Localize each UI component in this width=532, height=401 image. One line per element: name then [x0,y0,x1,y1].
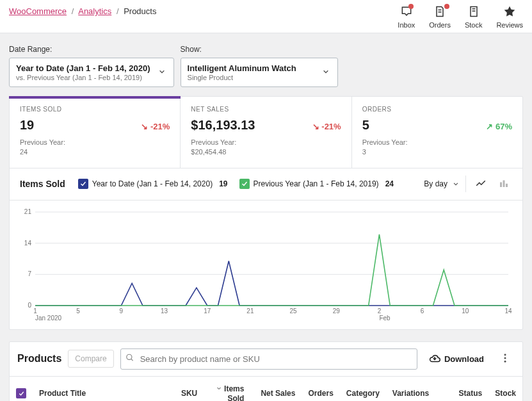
col-category[interactable]: Category [340,376,386,401]
search-input[interactable] [120,348,417,370]
svg-text:2: 2 [378,307,382,315]
summary-tab-items-sold[interactable]: ITEMS SOLD19↘ -21%Previous Year:24 [10,97,181,168]
compare-button[interactable]: Compare [68,350,113,368]
date-range-select[interactable]: Year to Date (Jan 1 - Feb 14, 2020) vs. … [9,58,174,87]
svg-text:25: 25 [290,307,298,315]
svg-rect-3 [506,184,508,187]
svg-text:7: 7 [28,270,31,277]
col-status[interactable]: Status [435,376,488,401]
svg-point-27 [504,354,506,356]
breadcrumb-current: Products [124,6,156,16]
reviews-button[interactable]: Reviews [496,5,523,29]
tab-prev: Previous Year:24 [20,138,170,158]
col-product-title[interactable]: Product Title [33,376,109,401]
svg-rect-2 [503,180,505,187]
svg-rect-0 [471,7,477,17]
tab-prev: Previous Year:3 [362,138,512,158]
checkbox-icon [78,179,88,189]
svg-text:1: 1 [33,307,37,315]
svg-text:10: 10 [462,307,469,315]
svg-text:14: 14 [504,307,512,315]
tab-delta: ↘ -21% [312,122,341,131]
download-button[interactable]: Download [424,349,489,368]
svg-point-28 [504,357,506,359]
chevron-down-icon [157,67,167,79]
svg-text:21: 21 [24,208,32,215]
breadcrumb-analytics[interactable]: Analytics [78,6,111,16]
breadcrumb-root[interactable]: WooCommerce [9,6,67,16]
svg-text:21: 21 [246,307,254,315]
reviews-label: Reviews [496,21,523,29]
tab-value: 5 [362,118,369,133]
line-chart: 0714211Jan 20205913172125292Feb61014 [20,207,512,323]
badge-dot-icon [444,4,449,9]
date-range-primary: Year to Date (Jan 1 - Feb 14, 2020) [16,63,150,73]
checkbox-icon [239,179,250,189]
legend-previous-value: 24 [385,179,394,188]
reviews-icon [503,5,516,20]
table-title: Products [17,353,61,364]
svg-rect-1 [500,182,502,187]
svg-text:5: 5 [76,307,80,315]
legend-current[interactable]: Year to Date (Jan 1 - Feb 14, 2020) 19 [78,179,228,189]
date-range-secondary: vs. Previous Year (Jan 1 - Feb 14, 2019) [16,74,150,81]
stock-label: Stock [465,21,483,29]
col-variations[interactable]: Variations [386,376,435,401]
tab-value: 19 [20,118,34,133]
legend-previous-label: Previous Year (Jan 1 - Feb 14, 2019) [254,179,379,188]
tab-title: ITEMS SOLD [20,106,170,113]
svg-text:6: 6 [421,307,424,315]
bar-chart-icon[interactable] [496,175,512,193]
svg-text:Feb: Feb [379,315,391,322]
more-menu-icon[interactable] [496,348,515,370]
chevron-down-icon [321,67,331,79]
search-icon [125,354,134,364]
select-all-checkbox[interactable] [16,388,26,398]
chart-title: Items Sold [20,179,65,189]
line-chart-icon[interactable] [472,175,489,193]
col-items-sold[interactable]: Items Sold [204,376,250,401]
inbox-button[interactable]: Inbox [398,5,415,29]
tab-title: NET SALES [191,106,341,113]
show-select[interactable]: Intelligent Aluminum Watch Single Produc… [181,58,338,87]
svg-text:14: 14 [24,239,32,246]
svg-point-26 [126,355,131,360]
tab-title: ORDERS [362,106,512,113]
download-label: Download [444,354,484,364]
tab-delta: ↘ -21% [141,122,170,131]
orders-label: Orders [429,21,451,29]
summary-tab-orders[interactable]: ORDERS5↗ 67%Previous Year:3 [352,97,522,168]
interval-label: By day [424,179,447,188]
col-sku[interactable]: SKU [109,376,204,401]
tab-delta: ↗ 67% [486,122,512,131]
col-net-sales[interactable]: Net Sales [250,376,302,401]
date-range-label: Date Range: [9,45,174,54]
col-stock[interactable]: Stock [488,376,522,401]
stock-icon [467,5,480,20]
tab-value: $16,193.13 [191,118,255,133]
interval-select[interactable]: By day [419,176,466,192]
svg-text:0: 0 [28,302,31,309]
svg-point-29 [504,361,506,363]
breadcrumb: WooCommerce / Analytics / Products [9,5,156,16]
summary-tab-net-sales[interactable]: NET SALES$16,193.13↘ -21%Previous Year:$… [181,97,351,168]
stock-button[interactable]: Stock [465,5,483,29]
orders-button[interactable]: Orders [429,5,451,29]
tab-prev: Previous Year:$20,454.48 [191,138,341,158]
legend-current-label: Year to Date (Jan 1 - Feb 14, 2020) [92,179,213,188]
svg-text:13: 13 [161,307,168,315]
svg-text:Jan 2020: Jan 2020 [35,315,62,322]
col-orders[interactable]: Orders [302,376,339,401]
inbox-label: Inbox [398,21,415,29]
badge-dot-icon [408,4,414,9]
svg-text:17: 17 [204,307,211,315]
show-primary: Intelligent Aluminum Watch [188,63,314,73]
show-label: Show: [181,45,338,54]
svg-text:29: 29 [333,307,341,315]
svg-text:9: 9 [120,307,124,315]
legend-previous[interactable]: Previous Year (Jan 1 - Feb 14, 2019) 24 [239,179,394,189]
legend-current-value: 19 [219,179,227,188]
show-secondary: Single Product [188,74,314,81]
